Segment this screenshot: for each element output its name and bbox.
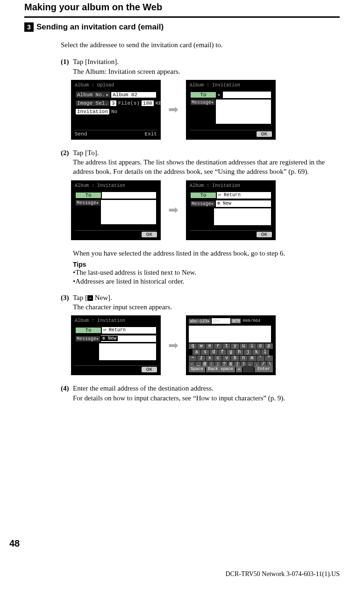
- screenshot-keyboard: abc↔123▸ abc a/A 000/064 qwertyuiop asdf…: [186, 315, 276, 375]
- to-label: To: [191, 92, 216, 98]
- arrow-icon: ➡: [168, 338, 178, 353]
- kb-row2: asdfghjkl: [188, 349, 274, 356]
- kb-key: q: [189, 343, 197, 349]
- kb-enter: Enter: [255, 366, 273, 372]
- tip1: •The last-used address is listed next to…: [73, 268, 340, 278]
- kb-key: b: [231, 356, 239, 361]
- invitation-title: Album : Invitation: [188, 82, 274, 90]
- tip2: •Addresses are listed in historical orde…: [73, 277, 340, 286]
- kb-key: y: [231, 343, 239, 349]
- kb-key: g: [227, 349, 235, 355]
- exit-button: Exit: [145, 131, 157, 137]
- upload-title: Album : Upload: [73, 82, 159, 90]
- step1-line2: The Album: Invitation screen appears.: [73, 67, 340, 76]
- kb-key: p: [265, 343, 273, 349]
- step1-label: (1): [61, 57, 71, 76]
- kb-key: k: [252, 349, 260, 355]
- step2-line2: The address list appears. The list shows…: [73, 157, 340, 177]
- page-number: 48: [9, 538, 20, 549]
- section-title-text: Sending an invitation card (email): [36, 22, 164, 32]
- invitation-label: Invitation: [76, 109, 109, 114]
- screenshot-invitation-blank2: Album : Invitation To Message▸ OK: [71, 180, 161, 240]
- kb-return-icon: ↵: [236, 366, 242, 372]
- new-item: ⊕ New: [216, 200, 271, 207]
- screenshot-invitation-newsel: Album : Invitation To ↩ Return Message▸ …: [71, 315, 161, 375]
- kb-key: d: [210, 349, 218, 355]
- kb-key: l: [261, 349, 269, 355]
- tips-label: Tips: [73, 261, 340, 268]
- screenshot-invitation-blank: Album : Invitation To ▸ Message▸ OK: [186, 80, 276, 140]
- message-field: [216, 100, 271, 124]
- kb-mode: abc↔123▸: [189, 319, 211, 324]
- to-marker: ▸: [217, 92, 222, 98]
- kb-key: m: [248, 356, 256, 361]
- kb-key: v: [222, 356, 230, 361]
- kb-row1: qwertyuiop: [188, 343, 274, 349]
- kb-key: c: [214, 356, 222, 361]
- kb-space: Space: [189, 366, 205, 372]
- message-label: Message▸: [191, 100, 215, 105]
- kb-count: 000/064: [242, 319, 261, 323]
- step2-label: (2): [61, 148, 71, 177]
- step2-line1: Tap [To].: [73, 148, 340, 157]
- kb-key: w: [197, 343, 205, 349]
- divider: [24, 16, 340, 18]
- step3-label: (3): [61, 293, 71, 312]
- arrow-icon: ➡: [168, 102, 178, 117]
- send-button: Send: [75, 131, 87, 137]
- kb-key: n: [240, 356, 248, 361]
- kb-key: z: [197, 356, 205, 361]
- image-sel-label: Image Sel.: [76, 100, 109, 106]
- album-no-label: Album No. ▸: [76, 92, 110, 98]
- kb-key: r: [214, 343, 222, 349]
- step4-label: (4): [61, 384, 71, 403]
- image-sel-kb: KB: [155, 100, 163, 106]
- section-number-box: 3: [24, 22, 34, 32]
- step2-after: When you have selected the address liste…: [73, 249, 340, 258]
- kb-key: s: [201, 349, 209, 355]
- kb-row3: ~zxcvbnm'": [188, 356, 274, 362]
- kb-key: ": [265, 356, 273, 361]
- intro-text: Select the addressee to send the invitat…: [61, 40, 340, 50]
- kb-key: e: [206, 343, 214, 349]
- kb-case: a/A: [231, 319, 241, 323]
- ok-button: OK: [257, 131, 272, 137]
- step3-line1: Tap [+ New].: [73, 293, 340, 302]
- image-sel-size: 180: [142, 100, 154, 106]
- kb-key: u: [240, 343, 248, 349]
- kb-key: x: [206, 356, 214, 361]
- album-no-value: Album 02: [111, 92, 156, 98]
- kb-textarea: [189, 326, 271, 342]
- kb-key: h: [236, 349, 243, 355]
- step4-line1: Enter the email address of the destinati…: [73, 384, 340, 393]
- section-heading: 3 Sending an invitation card (email): [24, 22, 340, 32]
- page-title: Making your album on the Web: [24, 0, 340, 16]
- kb-key: ': [257, 356, 264, 361]
- kb-mode-field: abc: [212, 318, 230, 324]
- kb-key: a: [193, 349, 200, 355]
- to-field: [223, 92, 271, 98]
- kb-key: i: [248, 343, 256, 349]
- return-item: ↩ Return: [217, 192, 271, 199]
- step1-line1: Tap [Invitation].: [73, 57, 340, 66]
- screenshot-invitation-list: Album : Invitation To ↩ Return Message▸ …: [186, 180, 276, 240]
- step4-line2: For details on how to input characters, …: [73, 393, 340, 403]
- kb-key: t: [222, 343, 230, 349]
- arrow-icon: ➡: [168, 203, 178, 217]
- invitation-value: No: [110, 109, 118, 114]
- kb-key: ~: [189, 356, 197, 361]
- screenshot-upload: Album : Upload Album No. ▸ Album 02 Imag…: [71, 80, 161, 140]
- kb-backspace: Back space: [206, 366, 235, 372]
- plus-icon: +: [87, 295, 93, 301]
- kb-key: f: [218, 349, 226, 355]
- image-sel-files: File(s): [117, 100, 141, 106]
- kb-key: o: [257, 343, 264, 349]
- kb-key: j: [244, 349, 252, 355]
- step3-line2: The character input screen appears.: [73, 302, 340, 312]
- new-selected: ⊕ New: [101, 336, 118, 341]
- image-sel-count: 3: [110, 100, 116, 106]
- footer-text: DCR-TRV50 Network 3-074-603-11(1).US: [225, 570, 340, 578]
